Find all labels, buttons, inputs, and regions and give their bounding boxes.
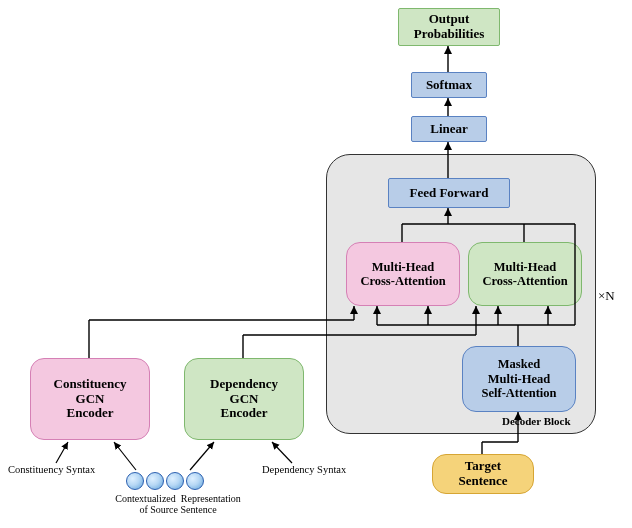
constituency-gcn-encoder: Constituency GCN Encoder <box>30 358 150 440</box>
svg-line-27 <box>272 442 292 463</box>
target-sentence-input: Target Sentence <box>432 454 534 494</box>
times-n-label: ×N <box>598 288 615 304</box>
vector-dot <box>186 472 204 490</box>
context-representation-caption: Contextualized Representation of Source … <box>108 493 248 515</box>
svg-line-26 <box>190 442 214 470</box>
linear-block: Linear <box>411 116 487 142</box>
cross-attention-right: Multi-Head Cross-Attention <box>468 242 582 306</box>
dependency-syntax-label: Dependency Syntax <box>262 464 346 475</box>
svg-line-25 <box>114 442 136 470</box>
vector-dot <box>146 472 164 490</box>
contextual-representation-vectors <box>126 472 204 490</box>
masked-self-attention: Masked Multi-Head Self-Attention <box>462 346 576 412</box>
softmax-block: Softmax <box>411 72 487 98</box>
cross-attention-left: Multi-Head Cross-Attention <box>346 242 460 306</box>
dependency-gcn-encoder: Dependency GCN Encoder <box>184 358 304 440</box>
feed-forward-block: Feed Forward <box>388 178 510 208</box>
svg-line-24 <box>56 442 68 463</box>
vector-dot <box>166 472 184 490</box>
output-probabilities: Output Probabilities <box>398 8 500 46</box>
decoder-block-label: Decoder Block <box>502 415 571 427</box>
constituency-syntax-label: Constituency Syntax <box>8 464 95 475</box>
vector-dot <box>126 472 144 490</box>
